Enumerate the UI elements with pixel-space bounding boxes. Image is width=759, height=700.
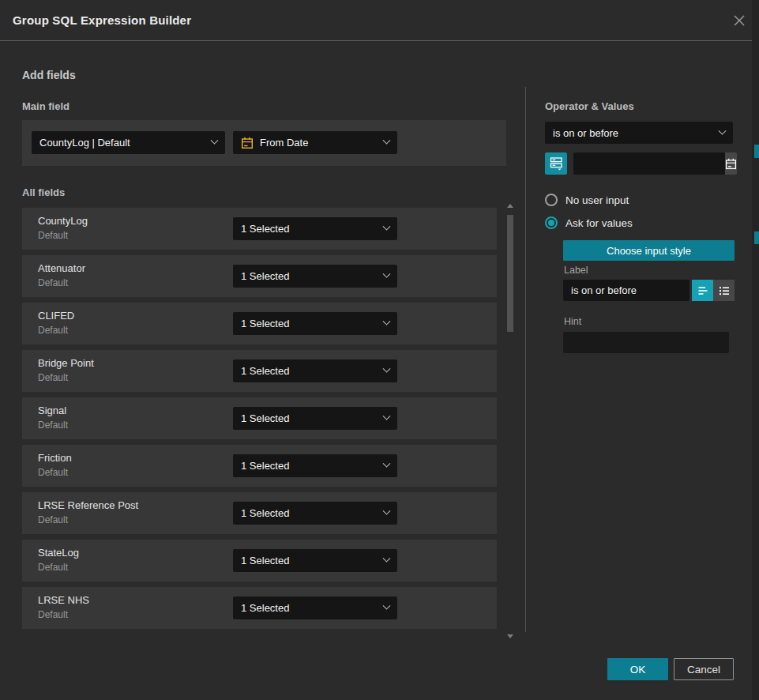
list-icon — [718, 284, 731, 297]
list-item: Bridge Point Default 1 Selected — [22, 350, 497, 392]
background-accent-fragment — [754, 231, 759, 244]
field-subtitle: Default — [38, 372, 68, 383]
chevron-down-icon — [383, 365, 391, 373]
scroll-down-arrow-icon[interactable] — [507, 634, 513, 638]
field-selected-value: 1 Selected — [241, 365, 289, 377]
radio-no-user-input-label: No user input — [565, 194, 629, 206]
field-selected-value: 1 Selected — [241, 555, 289, 566]
calendar-icon — [725, 158, 737, 170]
field-subtitle: Default — [38, 514, 68, 525]
field-name: LRSE Reference Post — [38, 499, 138, 511]
field-selected-dropdown[interactable]: 1 Selected — [233, 502, 397, 525]
operator-dropdown-value: is on or before — [553, 127, 618, 139]
main-field-dropdown[interactable]: From Date — [233, 131, 397, 154]
main-field-dropdown-value: From Date — [260, 137, 308, 149]
field-subtitle: Default — [38, 467, 68, 478]
list-item: CLIFED Default 1 Selected — [22, 303, 497, 344]
field-selected-dropdown[interactable]: 1 Selected — [233, 454, 397, 477]
list-item: Friction Default 1 Selected — [22, 445, 497, 487]
value-date-picker-button[interactable] — [725, 152, 737, 175]
value-source-button[interactable] — [545, 152, 567, 175]
main-field-panel: CountyLog | Default From Date — [22, 120, 506, 166]
radio-ask-for-values-label: Ask for values — [565, 217, 633, 229]
chevron-down-icon — [383, 137, 391, 145]
radio-selected-icon — [545, 216, 558, 229]
field-selected-value: 1 Selected — [241, 270, 289, 282]
scrollbar-thumb[interactable] — [507, 215, 513, 332]
operator-values-heading: Operator & Values — [545, 100, 634, 112]
field-name: Signal — [38, 405, 66, 416]
label-input[interactable] — [563, 280, 689, 301]
chevron-down-icon — [719, 126, 727, 134]
field-selected-value: 1 Selected — [241, 460, 289, 472]
scroll-up-arrow-icon[interactable] — [507, 204, 513, 208]
label-list-style-button[interactable] — [713, 280, 735, 301]
field-subtitle: Default — [38, 325, 68, 336]
field-selected-value: 1 Selected — [241, 507, 289, 519]
align-left-icon — [697, 284, 709, 297]
operator-dropdown[interactable]: is on or before — [545, 122, 733, 144]
main-layer-dropdown[interactable]: CountyLog | Default — [32, 131, 225, 154]
field-selected-dropdown[interactable]: 1 Selected — [233, 312, 397, 335]
field-subtitle: Default — [38, 562, 68, 573]
field-name: CountyLog — [38, 215, 88, 227]
field-name: Friction — [38, 452, 72, 464]
unique-values-icon — [550, 156, 563, 171]
dialog-title-bar: Group SQL Expression Builder — [0, 0, 759, 41]
chevron-down-icon — [383, 555, 391, 563]
list-item: StateLog Default 1 Selected — [22, 540, 497, 581]
field-subtitle: Default — [38, 609, 68, 620]
dialog-title: Group SQL Expression Builder — [13, 0, 191, 41]
ok-button[interactable]: OK — [607, 658, 668, 680]
list-item: CountyLog Default 1 Selected — [22, 208, 497, 250]
field-selected-dropdown[interactable]: 1 Selected — [233, 407, 397, 430]
all-fields-list: CountyLog Default 1 Selected Attenuator … — [22, 208, 497, 634]
field-selected-dropdown[interactable]: 1 Selected — [233, 549, 397, 572]
field-subtitle: Default — [38, 277, 68, 288]
list-item: Signal Default 1 Selected — [22, 397, 497, 439]
field-name: CLIFED — [38, 310, 74, 322]
choose-input-style-button[interactable]: Choose input style — [563, 240, 735, 261]
background-app-strip — [752, 0, 759, 700]
list-scrollbar[interactable] — [505, 202, 515, 640]
main-layer-dropdown-value: CountyLog | Default — [39, 137, 130, 149]
field-name: LRSE NHS — [38, 594, 89, 606]
all-fields-label: All fields — [22, 186, 65, 198]
field-selected-dropdown[interactable]: 1 Selected — [233, 359, 397, 382]
hint-label: Hint — [564, 316, 581, 327]
close-button[interactable] — [730, 11, 749, 30]
hint-input[interactable] — [563, 332, 729, 353]
label-label: Label — [564, 265, 588, 276]
field-name: Bridge Point — [38, 357, 94, 369]
field-name: Attenuator — [38, 262, 85, 274]
radio-ask-for-values[interactable]: Ask for values — [545, 216, 633, 229]
field-selected-value: 1 Selected — [241, 223, 289, 235]
label-align-style-button[interactable] — [692, 280, 713, 301]
field-selected-value: 1 Selected — [241, 602, 289, 614]
add-fields-heading: Add fields — [22, 69, 76, 81]
chevron-down-icon — [383, 412, 391, 420]
chevron-down-icon — [383, 602, 391, 610]
value-input-group — [573, 152, 732, 175]
radio-no-user-input[interactable]: No user input — [545, 194, 629, 206]
list-item: Attenuator Default 1 Selected — [22, 255, 497, 297]
field-name: StateLog — [38, 547, 79, 559]
field-subtitle: Default — [38, 230, 68, 241]
chevron-down-icon — [383, 460, 391, 468]
cancel-button[interactable]: Cancel — [674, 658, 734, 680]
value-input[interactable] — [573, 152, 725, 175]
chevron-down-icon — [383, 270, 391, 278]
panel-divider — [525, 87, 526, 632]
chevron-down-icon — [383, 507, 391, 515]
close-icon — [733, 14, 746, 27]
field-selected-dropdown[interactable]: 1 Selected — [233, 265, 397, 288]
field-selected-value: 1 Selected — [241, 412, 289, 424]
field-selected-value: 1 Selected — [241, 318, 289, 329]
date-calendar-icon — [241, 137, 254, 149]
field-selected-dropdown[interactable]: 1 Selected — [233, 217, 397, 240]
chevron-down-icon — [211, 137, 219, 145]
field-subtitle: Default — [38, 420, 68, 431]
field-selected-dropdown[interactable]: 1 Selected — [233, 597, 397, 619]
main-field-label: Main field — [22, 100, 70, 112]
list-item: LRSE Reference Post Default 1 Selected — [22, 492, 497, 534]
